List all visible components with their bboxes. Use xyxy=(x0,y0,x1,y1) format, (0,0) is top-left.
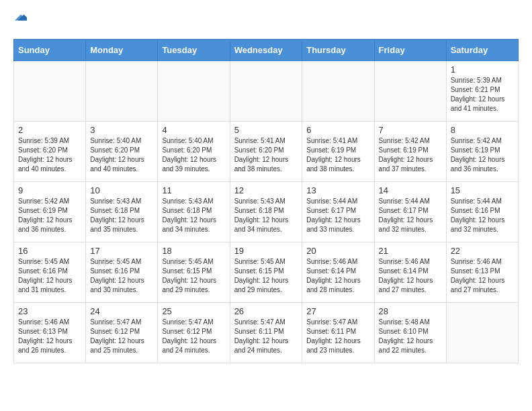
calendar-week-2: 2Sunrise: 5:39 AM Sunset: 6:20 PM Daylig… xyxy=(14,121,519,181)
calendar-cell: 26Sunrise: 5:47 AM Sunset: 6:11 PM Dayli… xyxy=(230,302,302,363)
calendar-cell: 24Sunrise: 5:47 AM Sunset: 6:12 PM Dayli… xyxy=(86,302,158,363)
calendar-cell: 17Sunrise: 5:45 AM Sunset: 6:16 PM Dayli… xyxy=(86,242,158,302)
day-number: 11 xyxy=(162,185,225,195)
calendar-cell xyxy=(86,60,158,121)
calendar-cell: 3Sunrise: 5:40 AM Sunset: 6:20 PM Daylig… xyxy=(86,121,158,181)
logo-icon xyxy=(15,11,27,24)
day-number: 6 xyxy=(306,125,369,135)
cell-text: Sunrise: 5:41 AM Sunset: 6:19 PM Dayligh… xyxy=(306,136,369,174)
cell-text: Sunrise: 5:44 AM Sunset: 6:16 PM Dayligh… xyxy=(451,197,514,234)
calendar-cell: 18Sunrise: 5:45 AM Sunset: 6:15 PM Dayli… xyxy=(158,242,230,302)
calendar-cell: 15Sunrise: 5:44 AM Sunset: 6:16 PM Dayli… xyxy=(446,181,518,242)
cell-text: Sunrise: 5:46 AM Sunset: 6:13 PM Dayligh… xyxy=(18,318,81,355)
logo xyxy=(13,13,27,27)
day-number: 18 xyxy=(162,246,225,256)
cell-text: Sunrise: 5:48 AM Sunset: 6:10 PM Dayligh… xyxy=(379,318,442,355)
cell-text: Sunrise: 5:43 AM Sunset: 6:18 PM Dayligh… xyxy=(234,197,298,234)
day-number: 19 xyxy=(234,246,298,256)
calendar-cell: 10Sunrise: 5:43 AM Sunset: 6:18 PM Dayli… xyxy=(86,181,158,242)
day-number: 9 xyxy=(18,185,81,195)
day-number: 23 xyxy=(18,306,81,316)
cell-text: Sunrise: 5:41 AM Sunset: 6:20 PM Dayligh… xyxy=(234,136,298,174)
calendar-cell: 22Sunrise: 5:46 AM Sunset: 6:13 PM Dayli… xyxy=(446,242,518,302)
logo-text xyxy=(13,13,27,27)
day-number: 26 xyxy=(234,306,298,316)
calendar-cell: 20Sunrise: 5:46 AM Sunset: 6:14 PM Dayli… xyxy=(302,242,374,302)
day-number: 20 xyxy=(306,246,369,256)
day-number: 2 xyxy=(18,125,81,135)
calendar-week-4: 16Sunrise: 5:45 AM Sunset: 6:16 PM Dayli… xyxy=(14,242,519,302)
cell-text: Sunrise: 5:42 AM Sunset: 6:19 PM Dayligh… xyxy=(451,136,514,174)
cell-text: Sunrise: 5:46 AM Sunset: 6:14 PM Dayligh… xyxy=(379,257,442,295)
day-header-friday: Friday xyxy=(374,39,446,60)
calendar-cell: 28Sunrise: 5:48 AM Sunset: 6:10 PM Dayli… xyxy=(374,302,446,363)
calendar-week-1: 1Sunrise: 5:39 AM Sunset: 6:21 PM Daylig… xyxy=(14,60,519,121)
day-number: 17 xyxy=(90,246,153,256)
day-header-thursday: Thursday xyxy=(302,39,374,60)
calendar-cell: 23Sunrise: 5:46 AM Sunset: 6:13 PM Dayli… xyxy=(14,302,86,363)
day-number: 21 xyxy=(379,246,442,256)
calendar-cell: 27Sunrise: 5:47 AM Sunset: 6:11 PM Dayli… xyxy=(302,302,374,363)
day-number: 8 xyxy=(451,125,514,135)
calendar-cell xyxy=(446,302,518,363)
day-number: 28 xyxy=(379,306,442,316)
calendar-cell: 6Sunrise: 5:41 AM Sunset: 6:19 PM Daylig… xyxy=(302,121,374,181)
calendar-cell: 19Sunrise: 5:45 AM Sunset: 6:15 PM Dayli… xyxy=(230,242,302,302)
calendar-cell: 4Sunrise: 5:40 AM Sunset: 6:20 PM Daylig… xyxy=(158,121,230,181)
calendar-cell: 11Sunrise: 5:43 AM Sunset: 6:18 PM Dayli… xyxy=(158,181,230,242)
cell-text: Sunrise: 5:45 AM Sunset: 6:15 PM Dayligh… xyxy=(234,257,298,295)
cell-text: Sunrise: 5:42 AM Sunset: 6:19 PM Dayligh… xyxy=(18,197,81,234)
cell-text: Sunrise: 5:43 AM Sunset: 6:18 PM Dayligh… xyxy=(90,197,153,234)
cell-text: Sunrise: 5:39 AM Sunset: 6:21 PM Dayligh… xyxy=(451,76,514,113)
calendar-cell: 7Sunrise: 5:42 AM Sunset: 6:19 PM Daylig… xyxy=(374,121,446,181)
calendar-table: SundayMondayTuesdayWednesdayThursdayFrid… xyxy=(13,39,519,363)
cell-text: Sunrise: 5:44 AM Sunset: 6:17 PM Dayligh… xyxy=(379,197,442,234)
day-number: 25 xyxy=(162,306,225,316)
day-number: 1 xyxy=(451,64,514,75)
cell-text: Sunrise: 5:45 AM Sunset: 6:16 PM Dayligh… xyxy=(18,257,81,295)
cell-text: Sunrise: 5:46 AM Sunset: 6:13 PM Dayligh… xyxy=(451,257,514,295)
day-header-tuesday: Tuesday xyxy=(158,39,230,60)
day-header-monday: Monday xyxy=(86,39,158,60)
cell-text: Sunrise: 5:45 AM Sunset: 6:15 PM Dayligh… xyxy=(162,257,225,295)
day-number: 4 xyxy=(162,125,225,135)
day-number: 22 xyxy=(451,246,514,256)
cell-text: Sunrise: 5:47 AM Sunset: 6:12 PM Dayligh… xyxy=(90,318,153,355)
cell-text: Sunrise: 5:40 AM Sunset: 6:20 PM Dayligh… xyxy=(90,136,153,174)
day-number: 12 xyxy=(234,185,298,195)
calendar-cell: 5Sunrise: 5:41 AM Sunset: 6:20 PM Daylig… xyxy=(230,121,302,181)
calendar-cell: 16Sunrise: 5:45 AM Sunset: 6:16 PM Dayli… xyxy=(14,242,86,302)
calendar-cell xyxy=(302,60,374,121)
calendar-cell: 9Sunrise: 5:42 AM Sunset: 6:19 PM Daylig… xyxy=(14,181,86,242)
day-header-saturday: Saturday xyxy=(446,39,518,60)
cell-text: Sunrise: 5:46 AM Sunset: 6:14 PM Dayligh… xyxy=(306,257,369,295)
cell-text: Sunrise: 5:42 AM Sunset: 6:19 PM Dayligh… xyxy=(379,136,442,174)
cell-text: Sunrise: 5:47 AM Sunset: 6:12 PM Dayligh… xyxy=(162,318,225,355)
calendar-cell: 25Sunrise: 5:47 AM Sunset: 6:12 PM Dayli… xyxy=(158,302,230,363)
calendar-cell: 21Sunrise: 5:46 AM Sunset: 6:14 PM Dayli… xyxy=(374,242,446,302)
cell-text: Sunrise: 5:44 AM Sunset: 6:17 PM Dayligh… xyxy=(306,197,369,234)
calendar-cell: 2Sunrise: 5:39 AM Sunset: 6:20 PM Daylig… xyxy=(14,121,86,181)
cell-text: Sunrise: 5:47 AM Sunset: 6:11 PM Dayligh… xyxy=(306,318,369,355)
day-number: 27 xyxy=(306,306,369,316)
calendar-cell xyxy=(158,60,230,121)
calendar-cell xyxy=(230,60,302,121)
day-number: 3 xyxy=(90,125,153,135)
calendar-cell xyxy=(374,60,446,121)
calendar-week-3: 9Sunrise: 5:42 AM Sunset: 6:19 PM Daylig… xyxy=(14,181,519,242)
day-number: 7 xyxy=(379,125,442,135)
calendar-cell: 1Sunrise: 5:39 AM Sunset: 6:21 PM Daylig… xyxy=(446,60,518,121)
day-number: 5 xyxy=(234,125,298,135)
calendar-header-row: SundayMondayTuesdayWednesdayThursdayFrid… xyxy=(14,39,519,60)
calendar-cell xyxy=(14,60,86,121)
cell-text: Sunrise: 5:45 AM Sunset: 6:16 PM Dayligh… xyxy=(90,257,153,295)
calendar-week-5: 23Sunrise: 5:46 AM Sunset: 6:13 PM Dayli… xyxy=(14,302,519,363)
day-number: 13 xyxy=(306,185,369,195)
day-header-wednesday: Wednesday xyxy=(230,39,302,60)
day-number: 15 xyxy=(451,185,514,195)
day-number: 24 xyxy=(90,306,153,316)
calendar-cell: 14Sunrise: 5:44 AM Sunset: 6:17 PM Dayli… xyxy=(374,181,446,242)
calendar-cell: 12Sunrise: 5:43 AM Sunset: 6:18 PM Dayli… xyxy=(230,181,302,242)
cell-text: Sunrise: 5:47 AM Sunset: 6:11 PM Dayligh… xyxy=(234,318,298,355)
day-number: 10 xyxy=(90,185,153,195)
